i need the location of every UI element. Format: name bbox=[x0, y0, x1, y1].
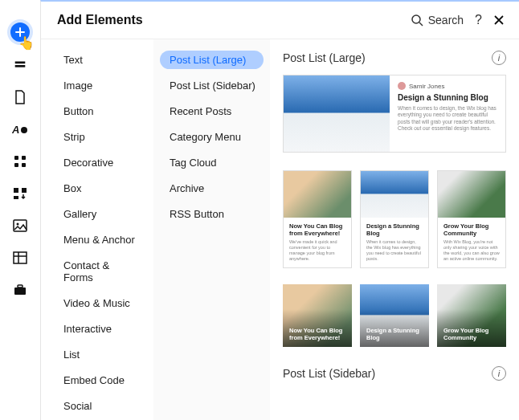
svg-text:A: A bbox=[12, 124, 19, 136]
category-item[interactable]: Menu & Anchor bbox=[55, 230, 147, 249]
help-button[interactable]: ? bbox=[475, 13, 482, 27]
search-label: Search bbox=[428, 14, 464, 27]
svg-rect-12 bbox=[18, 285, 22, 287]
left-rail: 👆 A bbox=[0, 0, 40, 420]
media-icon[interactable] bbox=[11, 217, 29, 234]
panel-header: Add Elements Search ? bbox=[41, 2, 519, 39]
panel-title: Add Elements bbox=[57, 13, 143, 27]
close-button[interactable] bbox=[493, 14, 505, 26]
add-elements-panel: Add Elements Search ? TextImageButtonStr… bbox=[40, 0, 519, 420]
info-button[interactable]: i bbox=[492, 51, 506, 65]
subcategory-item[interactable]: Category Menu bbox=[160, 128, 264, 146]
post-thumb bbox=[284, 75, 390, 152]
subcategory-item[interactable]: Tag Cloud bbox=[160, 153, 264, 172]
category-item[interactable]: Gallery bbox=[55, 205, 147, 223]
subcategory-item[interactable]: Post List (Large) bbox=[160, 51, 264, 69]
post-desc: We've made it quick and convenient for y… bbox=[289, 239, 345, 263]
svg-point-3 bbox=[21, 127, 27, 133]
svg-rect-10 bbox=[14, 252, 27, 263]
post-thumb bbox=[361, 171, 428, 218]
post-thumb bbox=[438, 171, 505, 218]
category-item[interactable]: List bbox=[55, 345, 147, 364]
post-list-overlay-row: Now You Can Blog from Everywhere! Design… bbox=[283, 284, 506, 347]
svg-rect-1 bbox=[15, 65, 26, 67]
category-item[interactable]: Embed Code bbox=[55, 371, 147, 389]
post-title: Design a Stunning Blog bbox=[366, 222, 423, 237]
data-icon[interactable] bbox=[11, 249, 29, 267]
post-author: Samir Jones bbox=[398, 82, 497, 90]
post-card-preview[interactable]: Design a Stunning Blog When it comes to … bbox=[360, 170, 429, 268]
post-title: Design a Stunning Blog bbox=[360, 321, 429, 347]
post-title: Grow Your Blog Community bbox=[437, 321, 506, 347]
post-overlay-preview[interactable]: Design a Stunning Blog bbox=[360, 284, 429, 347]
svg-rect-0 bbox=[15, 62, 26, 64]
subcategory-item[interactable]: RSS Button bbox=[160, 205, 264, 223]
category-item[interactable]: Text bbox=[55, 51, 147, 69]
post-title: Grow Your Blog Community bbox=[443, 222, 500, 237]
post-title: Now You Can Blog from Everywhere! bbox=[289, 222, 345, 237]
category-item[interactable]: Box bbox=[55, 179, 147, 198]
section-header-sidebar: Post List (Sidebar) i bbox=[283, 366, 506, 381]
theme-icon[interactable]: A bbox=[11, 120, 29, 138]
svg-point-9 bbox=[17, 223, 19, 226]
svg-rect-5 bbox=[22, 156, 26, 160]
business-icon[interactable] bbox=[11, 281, 29, 299]
post-desc: When it comes to design, the Wix blog ha… bbox=[366, 239, 423, 263]
dev-icon[interactable] bbox=[11, 185, 29, 202]
layers-icon[interactable] bbox=[11, 56, 29, 74]
apps-icon[interactable] bbox=[11, 153, 29, 170]
post-desc: When it comes to design, the Wix blog ha… bbox=[398, 105, 497, 133]
category-item[interactable]: Decorative bbox=[55, 153, 147, 172]
preview-pane[interactable]: Post List (Large) i Samir Jones Design a… bbox=[270, 39, 519, 420]
subcategory-item[interactable]: Post List (Sidebar) bbox=[160, 76, 264, 95]
category-item[interactable]: Video & Music bbox=[55, 294, 147, 312]
svg-rect-11 bbox=[14, 287, 26, 295]
section-header-large: Post List (Large) i bbox=[283, 51, 506, 65]
section-label: Post List (Large) bbox=[283, 51, 366, 64]
category-item[interactable]: Contact & Forms bbox=[55, 256, 147, 287]
info-button[interactable]: i bbox=[492, 366, 506, 381]
post-thumb bbox=[284, 171, 351, 218]
add-elements-button[interactable]: 👆 bbox=[10, 22, 30, 42]
close-icon bbox=[493, 14, 505, 26]
svg-rect-4 bbox=[14, 156, 18, 160]
post-title: Design a Stunning Blog bbox=[398, 93, 497, 102]
section-label: Post List (Sidebar) bbox=[283, 367, 375, 380]
post-card-preview[interactable]: Now You Can Blog from Everywhere! We've … bbox=[283, 170, 352, 268]
svg-rect-6 bbox=[14, 163, 18, 167]
search-icon bbox=[411, 14, 423, 27]
post-overlay-preview[interactable]: Now You Can Blog from Everywhere! bbox=[283, 284, 352, 347]
svg-point-13 bbox=[412, 15, 420, 23]
category-item[interactable]: Image bbox=[55, 76, 147, 95]
avatar-icon bbox=[398, 82, 406, 90]
post-desc: With Wix Blog, you're not only sharing y… bbox=[443, 239, 500, 263]
subcategory-item[interactable]: Recent Posts bbox=[160, 102, 264, 120]
search-button[interactable]: Search bbox=[411, 14, 464, 27]
post-list-cards-row: Now You Can Blog from Everywhere! We've … bbox=[283, 170, 506, 268]
category-item[interactable]: Interactive bbox=[55, 320, 147, 338]
post-list-large-preview[interactable]: Samir Jones Design a Stunning Blog When … bbox=[283, 75, 506, 153]
subcategory-item[interactable]: Archive bbox=[160, 179, 264, 198]
post-card-preview[interactable]: Grow Your Blog Community With Wix Blog, … bbox=[437, 170, 506, 268]
category-item[interactable]: Button bbox=[55, 102, 147, 120]
category-list: TextImageButtonStripDecorativeBoxGallery… bbox=[41, 39, 153, 420]
category-item[interactable]: Social bbox=[55, 397, 147, 415]
svg-rect-7 bbox=[22, 163, 26, 167]
post-overlay-preview[interactable]: Grow Your Blog Community bbox=[437, 284, 506, 347]
page-icon[interactable] bbox=[11, 88, 29, 106]
post-title: Now You Can Blog from Everywhere! bbox=[283, 321, 352, 347]
category-item[interactable]: Strip bbox=[55, 128, 147, 146]
subcategory-list: Post List (Large)Post List (Sidebar)Rece… bbox=[153, 39, 270, 420]
